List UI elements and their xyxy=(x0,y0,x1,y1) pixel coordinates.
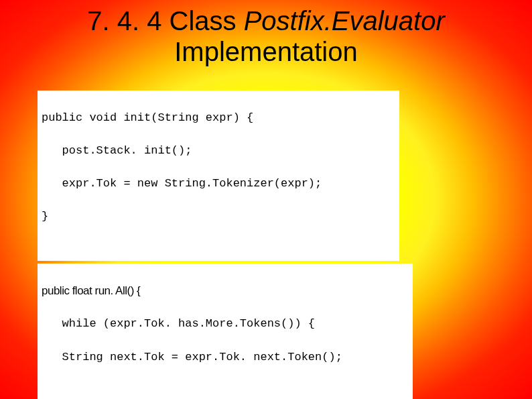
code-block-init: public void init(String expr) { post.Sta… xyxy=(38,91,399,261)
title-prefix: 7. 4. 4 Class xyxy=(87,6,243,36)
title-suffix: Implementation xyxy=(174,37,357,66)
code-line: while (expr.Tok. has.More.Tokens()) { xyxy=(42,316,409,333)
slide-background: 7. 4. 4 Class Postfix.Evaluator Implemen… xyxy=(0,0,532,399)
code-line: post.Stack. init(); xyxy=(42,143,395,160)
code-line: } xyxy=(42,209,395,225)
title-classname: Postfix.Evaluator xyxy=(244,6,445,36)
code-line: String next.Tok = expr.Tok. next.Token()… xyxy=(42,349,409,366)
code-container: public void init(String expr) { post.Sta… xyxy=(38,91,399,399)
code-line: public void init(String expr) { xyxy=(42,110,395,127)
code-block-runall: public float run. All() { while (expr.To… xyxy=(38,264,413,399)
code-line: expr.Tok = new String.Tokenizer(expr); xyxy=(42,176,395,192)
code-signature: public float run. All() { xyxy=(42,283,409,300)
code-line xyxy=(42,382,409,399)
slide-title: 7. 4. 4 Class Postfix.Evaluator Implemen… xyxy=(0,5,532,67)
